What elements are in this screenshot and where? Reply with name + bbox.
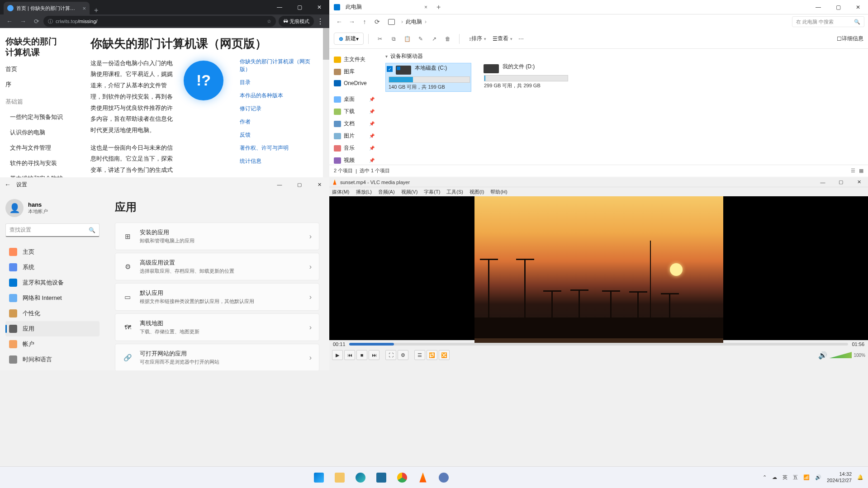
nav-bluetooth[interactable]: 蓝牙和其他设备 bbox=[5, 275, 100, 290]
ime-mode[interactable]: 五 bbox=[793, 474, 798, 481]
chrome-tab[interactable]: 首页 | 你缺失的那门计算机课 | × bbox=[4, 2, 90, 14]
settings-search[interactable]: 查找设置🔍 bbox=[5, 223, 100, 237]
page-link[interactable]: 本作品的各种版本 bbox=[240, 92, 320, 99]
nav-music[interactable]: 音乐📌 bbox=[333, 142, 375, 154]
group-header[interactable]: ▾设备和驱动器 bbox=[385, 52, 862, 60]
page-link[interactable]: 修订记录 bbox=[240, 105, 320, 113]
minimize-button[interactable]: — bbox=[270, 177, 289, 192]
details-view-icon[interactable]: ☰ bbox=[851, 168, 855, 174]
site-info-icon[interactable]: ⓘ bbox=[48, 18, 53, 25]
rename-icon[interactable]: ✎ bbox=[414, 36, 427, 42]
shuffle-button[interactable]: 🔀 bbox=[439, 350, 450, 360]
back-button[interactable]: ← bbox=[3, 18, 16, 25]
nav-pictures[interactable]: 图片📌 bbox=[333, 130, 375, 142]
nav-personalization[interactable]: 个性化 bbox=[5, 306, 100, 321]
edge-app[interactable] bbox=[351, 469, 370, 487]
ime-lang[interactable]: 英 bbox=[783, 474, 787, 481]
vlc-app[interactable] bbox=[414, 469, 432, 487]
menu-help[interactable]: 帮助(H) bbox=[490, 189, 507, 195]
card-advanced-apps[interactable]: ⚙高级应用设置选择获取应用、存档应用、卸载更新的位置› bbox=[115, 253, 319, 280]
stop-button[interactable]: ■ bbox=[356, 350, 367, 360]
page-link[interactable]: 你缺失的那门计算机课（网页版） bbox=[240, 58, 320, 73]
toc-link[interactable]: 序 bbox=[5, 81, 76, 89]
next-button[interactable]: ⏭ bbox=[369, 350, 379, 360]
maximize-button[interactable]: ▢ bbox=[289, 0, 309, 14]
menu-subtitle[interactable]: 字幕(T) bbox=[424, 189, 440, 195]
new-button[interactable]: ⊕新建 ▾ bbox=[334, 33, 364, 45]
tab-close-icon[interactable]: × bbox=[421, 4, 431, 10]
loop-button[interactable]: 🔁 bbox=[427, 350, 437, 360]
volume-slider[interactable] bbox=[829, 352, 852, 358]
breadcrumb-item[interactable]: 此电脑 bbox=[406, 18, 422, 26]
refresh-button[interactable]: ⟳ bbox=[371, 18, 384, 25]
notifications-icon[interactable]: 🔔 bbox=[857, 474, 863, 480]
chrome-app[interactable] bbox=[393, 469, 411, 487]
seek-bar[interactable] bbox=[349, 343, 849, 346]
minimize-button[interactable]: — bbox=[270, 0, 289, 14]
menu-view[interactable]: 视图(I) bbox=[470, 189, 484, 195]
toc-link[interactable]: 认识你的电脑 bbox=[10, 128, 76, 137]
up-button[interactable]: ↑ bbox=[358, 18, 371, 25]
toc-link[interactable]: 首页 bbox=[5, 65, 76, 73]
toc-link[interactable]: 软件的寻找与安装 bbox=[10, 159, 76, 167]
fullscreen-button[interactable]: ⛶ bbox=[385, 350, 396, 360]
new-tab-button[interactable]: + bbox=[436, 3, 441, 11]
tray-chevron-icon[interactable]: ⌃ bbox=[763, 474, 767, 480]
back-button[interactable]: ← bbox=[333, 18, 346, 25]
nav-system[interactable]: 系统 bbox=[5, 260, 100, 275]
forward-button[interactable]: → bbox=[346, 18, 358, 25]
sort-button[interactable]: ↕ 排序▾ bbox=[467, 33, 488, 44]
checkbox-checked-icon[interactable]: ✓ bbox=[387, 66, 393, 72]
close-button[interactable]: ✕ bbox=[309, 0, 329, 14]
back-button[interactable]: ← bbox=[5, 181, 11, 188]
details-button[interactable]: ☐ 详细信息 bbox=[837, 35, 863, 43]
wifi-icon[interactable]: 📶 bbox=[803, 474, 810, 480]
maximize-button[interactable]: ▢ bbox=[828, 0, 848, 14]
maximize-button[interactable]: ▢ bbox=[289, 177, 309, 192]
incognito-badge[interactable]: 🕶 无痕模式 bbox=[279, 16, 314, 27]
nav-accounts[interactable]: 帐户 bbox=[5, 336, 100, 352]
menu-playback[interactable]: 播放(L) bbox=[356, 189, 372, 195]
card-offline-maps[interactable]: 🗺离线地图下载、存储位置、地图更新› bbox=[115, 313, 319, 341]
close-button[interactable]: ✕ bbox=[309, 177, 329, 192]
view-button[interactable]: ☰ 查看▾ bbox=[491, 33, 514, 44]
nav-desktop[interactable]: 桌面📌 bbox=[333, 93, 375, 105]
toc-link[interactable]: 文件与文件管理 bbox=[10, 144, 76, 152]
volume-control[interactable]: 🔊 100% bbox=[818, 351, 865, 360]
nav-documents[interactable]: 文档📌 bbox=[333, 118, 375, 130]
close-button[interactable]: ✕ bbox=[850, 177, 868, 187]
play-button[interactable]: ▶ bbox=[332, 350, 343, 360]
close-button[interactable]: ✕ bbox=[848, 0, 868, 14]
playlist-button[interactable]: ☰ bbox=[414, 350, 425, 360]
store-app[interactable] bbox=[372, 469, 390, 487]
search-input[interactable]: 在 此电脑 中搜索 🔍 bbox=[792, 16, 864, 27]
nav-home[interactable]: 主页 bbox=[5, 244, 100, 260]
page-link[interactable]: 作者 bbox=[240, 118, 320, 126]
drive-d[interactable]: 我的文件 (D:) 299 GB 可用，共 299 GB bbox=[482, 63, 568, 92]
nav-apps[interactable]: 应用 bbox=[5, 321, 100, 336]
share-icon[interactable]: ↗ bbox=[427, 36, 441, 42]
card-default-apps[interactable]: ▭默认应用根据文件和链接种类设置的默认应用，其他默认应用› bbox=[115, 283, 319, 311]
breadcrumb[interactable]: › 此电脑 › bbox=[388, 18, 429, 26]
minimize-button[interactable]: — bbox=[814, 177, 832, 187]
tab-close-icon[interactable]: × bbox=[82, 5, 86, 12]
address-bar[interactable]: ⓘ criwits.top /missing/ ☆ bbox=[43, 16, 276, 27]
new-tab-button[interactable]: + bbox=[90, 6, 103, 14]
more-icon[interactable]: ⋯ bbox=[514, 36, 528, 42]
maximize-button[interactable]: ▢ bbox=[832, 177, 850, 187]
explorer-app[interactable] bbox=[331, 469, 349, 487]
menu-tools[interactable]: 工具(S) bbox=[446, 189, 463, 195]
volume-icon[interactable]: 🔊 bbox=[815, 474, 821, 480]
speaker-icon[interactable]: 🔊 bbox=[818, 351, 827, 360]
paste-icon[interactable]: 📋 bbox=[400, 36, 414, 42]
nav-time[interactable]: 时间和语言 bbox=[5, 352, 100, 367]
reload-button[interactable]: ⟳ bbox=[30, 18, 43, 25]
nav-gallery[interactable]: 图库 bbox=[333, 66, 375, 78]
drive-c[interactable]: ✓ 本地磁盘 (C:) 140 GB 可用，共 199 GB bbox=[385, 63, 471, 92]
page-link[interactable]: 目录 bbox=[240, 79, 320, 86]
menu-audio[interactable]: 音频(A) bbox=[378, 189, 395, 195]
minimize-button[interactable]: — bbox=[808, 0, 828, 14]
nav-downloads[interactable]: 下载📌 bbox=[333, 105, 375, 118]
toc-link[interactable]: 一些约定与预备知识 bbox=[10, 113, 76, 121]
page-link[interactable]: 统计信息 bbox=[240, 157, 320, 165]
